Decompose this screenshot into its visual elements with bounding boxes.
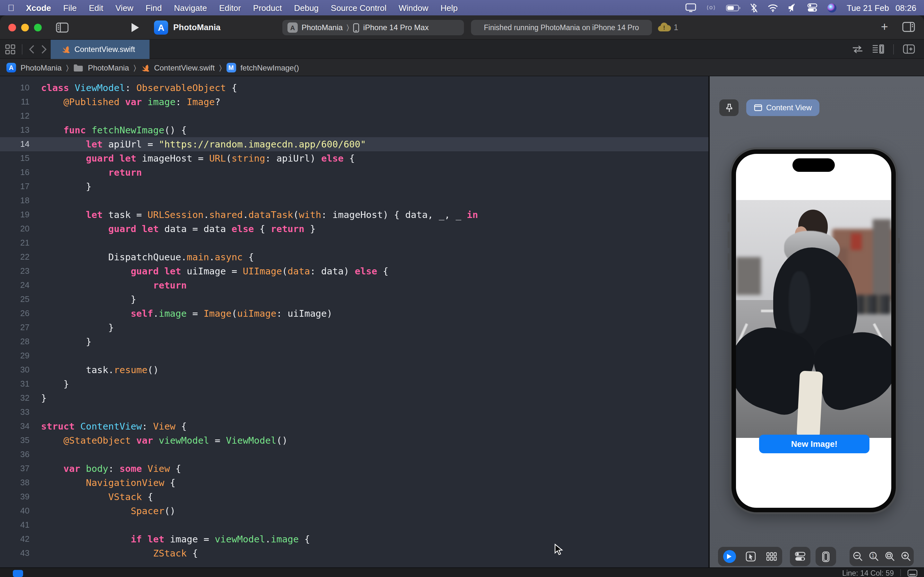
code-line-25[interactable]: 25 } xyxy=(0,292,708,306)
mute-switch xyxy=(728,213,730,222)
scheme-project[interactable]: PhotoMania xyxy=(302,23,342,32)
menu-item-edit[interactable]: Edit xyxy=(89,3,103,13)
code-line-19[interactable]: 19 let task = URLSession.shared.dataTask… xyxy=(0,208,708,222)
scheme-device[interactable]: iPhone 14 Pro Max xyxy=(363,23,429,32)
debug-area-toggle-icon[interactable] xyxy=(907,569,918,577)
related-items-grid-icon[interactable] xyxy=(5,44,15,54)
zoom-window-button[interactable] xyxy=(34,23,42,31)
scheme-app-icon: A xyxy=(288,23,298,33)
code-line-28[interactable]: 28 } xyxy=(0,335,708,349)
code-line-16[interactable]: 16 return xyxy=(0,165,708,179)
code-editor[interactable]: 10class ViewModel: ObservableObject {11 … xyxy=(0,76,708,567)
code-line-21[interactable]: 21 xyxy=(0,236,708,250)
code-line-30[interactable]: 30 task.resume() xyxy=(0,363,708,377)
scheme-selector[interactable]: A PhotoMania 〉 iPhone 14 Pro Max xyxy=(282,20,464,35)
code-line-38[interactable]: 38 NavigationView { xyxy=(0,476,708,490)
navigator-sidebar-toggle-icon[interactable] xyxy=(56,22,69,32)
swap-editor-icon[interactable] xyxy=(852,45,863,53)
code-line-26[interactable]: 26 self.image = Image(uiImage: uiImage) xyxy=(0,306,708,321)
menu-item-product[interactable]: Product xyxy=(253,3,282,13)
code-line-34[interactable]: 34struct ContentView: View { xyxy=(0,419,708,434)
code-line-29[interactable]: 29 xyxy=(0,349,708,363)
control-center-icon[interactable] xyxy=(808,3,818,12)
code-line-35[interactable]: 35 @StateObject var viewModel = ViewMode… xyxy=(0,434,708,448)
device-icon[interactable] xyxy=(822,551,830,562)
battery-icon[interactable] xyxy=(726,4,741,11)
jumpbar-item-project[interactable]: PhotoMania xyxy=(21,63,61,72)
minimize-window-button[interactable] xyxy=(21,23,29,31)
variants-grid-icon[interactable] xyxy=(766,552,777,561)
zoom-out-icon[interactable] xyxy=(853,551,863,562)
display-mirroring-icon[interactable] xyxy=(686,3,696,12)
tab-contentview-swift[interactable]: ContentView.swift xyxy=(51,39,149,59)
pin-preview-button[interactable] xyxy=(719,99,738,116)
code-line-24[interactable]: 24 return xyxy=(0,278,708,292)
wifi-icon[interactable] xyxy=(768,3,779,12)
code-line-43[interactable]: 43 ZStack { xyxy=(0,546,708,560)
menu-item-editor[interactable]: Editor xyxy=(219,3,241,13)
code-text: let task = URLSession.shared.dataTask(wi… xyxy=(41,208,478,222)
filter-indicator-icon[interactable] xyxy=(13,570,23,577)
add-editor-icon[interactable] xyxy=(903,44,915,54)
go-back-icon[interactable] xyxy=(29,45,35,53)
preview-tab-content-view[interactable]: Content View xyxy=(746,99,819,116)
code-line-36[interactable]: 36 xyxy=(0,448,708,462)
add-tab-button[interactable]: + xyxy=(881,21,888,33)
run-button[interactable] xyxy=(130,22,140,32)
code-line-17[interactable]: 17 } xyxy=(0,179,708,193)
menu-item-find[interactable]: Find xyxy=(145,3,162,13)
jumpbar-item-group[interactable]: PhotoMania xyxy=(88,63,129,72)
code-line-22[interactable]: 22 DispatchQueue.main.async { xyxy=(0,250,708,264)
code-line-41[interactable]: 41 xyxy=(0,518,708,532)
jumpbar-item-method[interactable]: fetchNewImage() xyxy=(240,63,299,72)
menu-item-navigate[interactable]: Navigate xyxy=(174,3,207,13)
bluetooth-off-icon[interactable] xyxy=(750,3,758,13)
code-line-27[interactable]: 27 } xyxy=(0,321,708,335)
apple-menu-icon[interactable]:  xyxy=(8,3,15,13)
minimap-icon[interactable] xyxy=(872,44,884,54)
close-window-button[interactable] xyxy=(8,23,16,31)
warning-badge[interactable]: ! 1 xyxy=(658,23,678,32)
line-number: 23 xyxy=(0,264,29,278)
zoom-fit-icon[interactable] xyxy=(885,551,895,562)
go-forward-icon[interactable] xyxy=(41,45,47,53)
code-line-31[interactable]: 31 } xyxy=(0,377,708,391)
method-badge-icon: M xyxy=(226,63,236,73)
code-line-39[interactable]: 39 VStack { xyxy=(0,490,708,504)
menu-item-file[interactable]: File xyxy=(63,3,77,13)
menu-item-debug[interactable]: Debug xyxy=(294,3,318,13)
code-line-18[interactable]: 18 xyxy=(0,193,708,208)
selectable-mode-icon[interactable] xyxy=(746,551,756,562)
code-line-33[interactable]: 33 xyxy=(0,405,708,419)
live-preview-icon[interactable] xyxy=(723,550,736,563)
new-image-button[interactable]: New Image! xyxy=(759,435,869,453)
code-line-20[interactable]: 20 guard let data = data else { return } xyxy=(0,222,708,236)
menu-item-help[interactable]: Help xyxy=(441,3,458,13)
siri-icon[interactable] xyxy=(827,3,837,13)
menu-item-view[interactable]: View xyxy=(115,3,134,13)
code-line-42[interactable]: 42 if let image = viewModel.image { xyxy=(0,532,708,546)
mute-icon[interactable] xyxy=(788,3,798,12)
line-number: 28 xyxy=(0,335,29,349)
zoom-in-icon[interactable] xyxy=(901,551,911,562)
menu-date[interactable]: Tue 21 Feb xyxy=(846,3,889,13)
airplay-icon[interactable] xyxy=(706,3,716,12)
menu-item-source-control[interactable]: Source Control xyxy=(331,3,386,13)
menu-item-window[interactable]: Window xyxy=(399,3,429,13)
code-line-14[interactable]: 14 let apiUrl = "https://random.imagecdn… xyxy=(0,137,708,151)
zoom-actual-icon[interactable]: 1 xyxy=(869,551,879,562)
menu-app-name[interactable]: Xcode xyxy=(26,3,51,13)
jumpbar-item-file[interactable]: ContentView.swift xyxy=(154,63,215,72)
code-line-13[interactable]: 13 func fetchNewImage() { xyxy=(0,123,708,137)
inspector-sidebar-toggle-icon[interactable] xyxy=(902,21,915,32)
code-line-10[interactable]: 10class ViewModel: ObservableObject { xyxy=(0,81,708,95)
code-line-23[interactable]: 23 guard let uiImage = UIImage(data: dat… xyxy=(0,264,708,278)
code-line-40[interactable]: 40 Spacer() xyxy=(0,504,708,518)
code-line-12[interactable]: 12 xyxy=(0,109,708,123)
menu-clock[interactable]: 08:26 xyxy=(895,3,916,13)
code-line-32[interactable]: 32} xyxy=(0,391,708,405)
code-line-37[interactable]: 37 var body: some View { xyxy=(0,462,708,476)
code-line-15[interactable]: 15 guard let imageHost = URL(string: api… xyxy=(0,151,708,165)
device-settings-icon[interactable] xyxy=(795,551,806,562)
code-line-11[interactable]: 11 @Published var image: Image? xyxy=(0,95,708,109)
